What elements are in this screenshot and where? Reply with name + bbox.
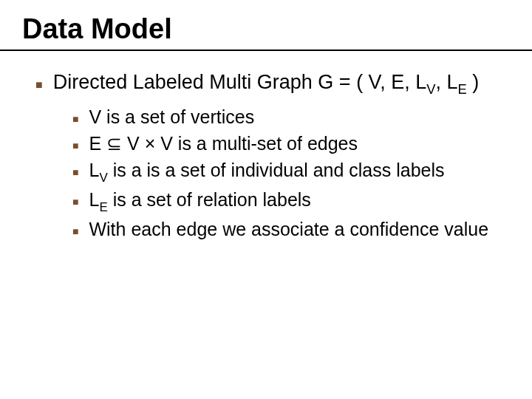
bullet-level2: ■ E ⊆ V × V is a multi-set of edges bbox=[72, 132, 511, 157]
sub-bullet-list: ■ V is a set of vertices ■ E ⊆ V × V is … bbox=[72, 105, 511, 242]
bullet-level2: ■ With each edge we associate a confiden… bbox=[72, 217, 511, 242]
bullet-level2: ■ V is a set of vertices bbox=[72, 105, 511, 130]
level2-text: With each edge we associate a confidence… bbox=[89, 217, 488, 242]
bullet-level2: ■ LE is a set of relation labels bbox=[72, 188, 511, 216]
text-fragment: Directed Labeled Multi Graph G = ( V, E,… bbox=[53, 71, 427, 93]
slide-title: Data Model bbox=[0, 0, 532, 48]
text-fragment: E bbox=[89, 133, 106, 154]
slide-content: ■ Directed Labeled Multi Graph G = ( V, … bbox=[0, 51, 532, 242]
subscript: V bbox=[426, 81, 435, 97]
level2-text: LV is a is a set of individual and class… bbox=[89, 158, 444, 186]
level2-text: V is a set of vertices bbox=[89, 105, 254, 130]
level2-text: E ⊆ V × V is a multi-set of edges bbox=[89, 132, 358, 157]
text-fragment: , L bbox=[435, 71, 457, 93]
bullet-level2: ■ LV is a is a set of individual and cla… bbox=[72, 158, 511, 186]
text-fragment: is a is a set of individual and class la… bbox=[108, 160, 445, 180]
square-bullet-icon: ■ bbox=[35, 78, 43, 92]
text-fragment: L bbox=[89, 189, 99, 210]
subscript: E bbox=[457, 81, 466, 97]
slide: Data Model ■ Directed Labeled Multi Grap… bbox=[0, 0, 532, 399]
text-fragment: is a set of relation labels bbox=[108, 189, 311, 210]
square-bullet-icon: ■ bbox=[72, 225, 78, 239]
subscript: E bbox=[99, 200, 107, 214]
text-fragment: L bbox=[89, 160, 99, 180]
square-bullet-icon: ■ bbox=[72, 112, 78, 126]
square-bullet-icon: ■ bbox=[72, 139, 78, 153]
level2-text: LE is a set of relation labels bbox=[89, 188, 310, 216]
subscript: V bbox=[99, 171, 107, 185]
subset-symbol: ⊆ bbox=[106, 133, 122, 154]
square-bullet-icon: ■ bbox=[72, 195, 78, 209]
text-fragment: V × V is a multi-set of edges bbox=[122, 133, 358, 154]
text-fragment: ) bbox=[467, 71, 480, 93]
level1-text: Directed Labeled Multi Graph G = ( V, E,… bbox=[53, 70, 480, 98]
square-bullet-icon: ■ bbox=[72, 166, 78, 180]
bullet-level1: ■ Directed Labeled Multi Graph G = ( V, … bbox=[35, 70, 511, 98]
